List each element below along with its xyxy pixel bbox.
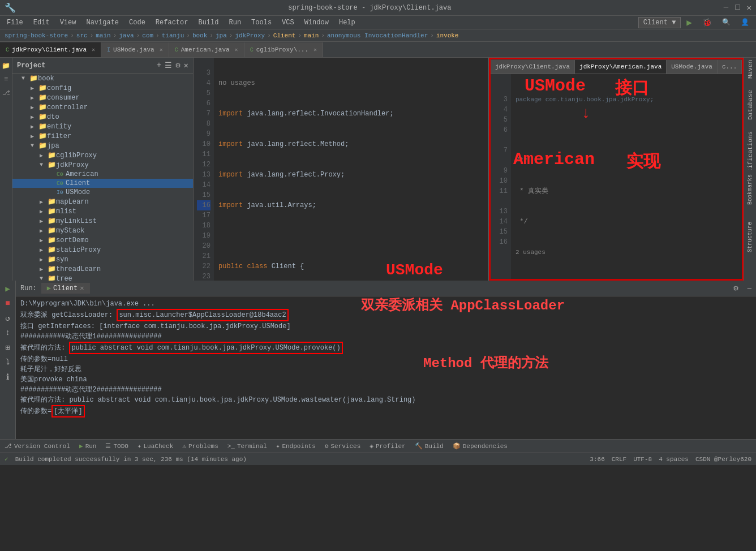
tree-item-jdkproxy[interactable]: ▼ 📁 jdkProxy [12, 160, 193, 170]
window-controls[interactable]: ─ □ ✕ [724, 3, 751, 12]
menu-code[interactable]: Code [124, 18, 150, 28]
menu-view[interactable]: View [55, 18, 81, 28]
tab-close-client[interactable]: ✕ [92, 46, 95, 53]
tree-item-mystack[interactable]: ▶ 📁 myStack [12, 226, 193, 235]
tree-item-sortdemo[interactable]: ▶ 📁 sortDemo [12, 235, 193, 245]
project-icon[interactable]: 📁 [1, 60, 12, 71]
sidebar-close-icon[interactable]: ✕ [184, 61, 188, 70]
tree-item-american[interactable]: C⚙ American [12, 170, 193, 179]
bc-invoke[interactable]: invoke [436, 32, 459, 39]
run-minimize-icon[interactable]: ─ [748, 285, 751, 292]
tree-item-mlist[interactable]: ▶ 📁 mlist [12, 206, 193, 216]
run-rerun-icon[interactable]: ↺ [2, 312, 14, 324]
structure-icon[interactable]: ≡ [1, 74, 12, 85]
bc-jpa[interactable]: jpa [216, 32, 227, 39]
run-tab-close[interactable]: ✕ [80, 284, 84, 292]
run-button[interactable]: ▶ [682, 16, 697, 29]
menu-vcs[interactable]: VCS [277, 18, 299, 28]
maven-label[interactable]: Maven [747, 60, 754, 79]
run-tab-client[interactable]: ▶ Client ✕ [41, 283, 90, 294]
tab-cglibproxy[interactable]: C cglibProxy\... ✕ [244, 42, 323, 57]
tree-item-maplearn[interactable]: ▶ 📁 mapLearn [12, 197, 193, 206]
close-button[interactable]: ✕ [747, 3, 751, 12]
tab-usmode-java[interactable]: I USMode.java ✕ [101, 42, 169, 57]
sidebar-add-icon[interactable]: + [157, 61, 161, 70]
dependencies-item[interactable]: 📦 Dependencies [453, 442, 508, 450]
bc-java[interactable]: java [119, 32, 134, 39]
right-tab-usmode[interactable]: USMode.java [667, 60, 718, 74]
tree-item-cglibproxy[interactable]: ▶ 📁 cglibProxy [12, 150, 193, 160]
version-control-item[interactable]: ⎇ Version Control [5, 442, 70, 450]
git-icon[interactable]: ⎇ [1, 87, 12, 98]
bc-project[interactable]: spring-book-store [5, 32, 68, 39]
right-tab-american[interactable]: jdkProxy\American.java [575, 60, 667, 74]
tree-item-staticproxy[interactable]: ▶ 📁 staticProxy [12, 245, 193, 255]
bc-tianju[interactable]: tianju [162, 32, 184, 39]
run-stop-icon[interactable]: ■ [2, 298, 14, 309]
run-config[interactable]: Client ▼ [638, 17, 681, 28]
bc-book[interactable]: book [192, 32, 207, 39]
search-button[interactable]: 🔍 [718, 17, 735, 28]
tree-item-jpa[interactable]: ▼ 📁 jpa [12, 141, 193, 150]
code-lines-right[interactable]: package com.tianju.book.jpa.jdkProxy; /*… [511, 74, 742, 279]
editor-right[interactable]: USMode 接口 American 实现 ↓ jdkProxy\Client.… [489, 58, 744, 281]
maximize-button[interactable]: □ [735, 3, 740, 12]
right-tab-c[interactable]: c... [718, 60, 742, 74]
problems-item[interactable]: ⚠ Problems [182, 442, 218, 450]
menu-window[interactable]: Window [300, 18, 333, 28]
bc-anon[interactable]: anonymous InvocationHandler [327, 32, 428, 39]
tree-item-tree[interactable]: ▼ 📁 tree [12, 274, 193, 281]
minimize-button[interactable]: ─ [724, 3, 728, 12]
run-info-icon[interactable]: ℹ [2, 371, 14, 382]
run-filter-icon[interactable]: ⊞ [2, 342, 14, 353]
database-label[interactable]: Database [747, 90, 754, 120]
bc-main2[interactable]: main [304, 32, 319, 39]
tab-close-american[interactable]: ✕ [235, 46, 238, 53]
todo-item[interactable]: ☰ TODO [105, 442, 128, 450]
tab-close-usmode[interactable]: ✕ [160, 46, 163, 53]
bookmarks-label[interactable]: Bookmarks [747, 174, 753, 205]
tree-item-consumer[interactable]: ▶ 📁 consumer [12, 93, 193, 102]
tree-item-usmode[interactable]: I⚙ USMode [12, 188, 193, 197]
right-tab-client[interactable]: jdkProxy\Client.java [491, 60, 575, 74]
tab-american-java[interactable]: C American.java ✕ [169, 42, 244, 57]
tree-item-controller[interactable]: ▶ 📁 controller [12, 102, 193, 112]
tree-item-mylinklist[interactable]: ▶ 📁 myLinkList [12, 216, 193, 226]
tab-close-cglib[interactable]: ✕ [313, 46, 317, 53]
terminal-item[interactable]: >_ Terminal [227, 443, 267, 450]
profiler-item[interactable]: ◈ Profiler [370, 442, 405, 450]
tree-item-book[interactable]: ▼ 📁 book [12, 74, 193, 83]
tree-item-syn[interactable]: ▶ 📁 syn [12, 255, 193, 264]
run-content[interactable]: 双亲委派相关 AppClassLoader Method 代理的方法 D:\My… [16, 296, 756, 439]
structure-label[interactable]: Structure [747, 222, 753, 252]
code-lines-left[interactable]: no usages import java.lang.reflect.Invoc… [214, 58, 488, 281]
menu-refactor[interactable]: Refactor [151, 18, 193, 28]
menu-edit[interactable]: Edit [29, 18, 54, 28]
endpoints-item[interactable]: ✦ Endpoints [276, 442, 316, 450]
build-item[interactable]: 🔨 Build [415, 442, 444, 450]
tree-item-client[interactable]: C⚙ Client [12, 179, 193, 188]
editor-left[interactable]: USMode 接口 3 4 5 6 7 8 9 10 11 12 13 14 [194, 58, 489, 281]
menu-tools[interactable]: Tools [247, 18, 276, 28]
menu-navigate[interactable]: Navigate [81, 18, 123, 28]
profile-button[interactable]: 👤 [736, 17, 754, 28]
run-item[interactable]: ▶ Run [79, 442, 96, 450]
run-settings-icon[interactable]: ⚙ [733, 283, 738, 293]
sidebar-list-icon[interactable]: ☰ [165, 61, 172, 70]
menu-file[interactable]: File [2, 18, 28, 28]
tree-item-dto[interactable]: ▶ 📁 dto [12, 112, 193, 122]
tree-item-filter[interactable]: ▶ 📁 filter [12, 131, 193, 141]
run-wrap-icon[interactable]: ⤵ [2, 356, 14, 368]
debug-button[interactable]: 🐞 [698, 16, 716, 28]
menu-run[interactable]: Run [224, 18, 246, 28]
tab-client-java[interactable]: C jdkProxy\Client.java ✕ [0, 42, 101, 57]
bc-client[interactable]: Client [273, 32, 296, 39]
run-scroll-icon[interactable]: ↕ [2, 327, 14, 338]
services-item[interactable]: ⚙ Services [325, 442, 360, 450]
sidebar-gear-icon[interactable]: ⚙ [175, 61, 180, 70]
tree-item-config[interactable]: ▶ 📁 config [12, 83, 193, 93]
bc-jdkproxy[interactable]: jdkProxy [235, 32, 265, 39]
run-play-icon[interactable]: ▶ [2, 283, 14, 294]
menu-build[interactable]: Build [194, 18, 223, 28]
tree-item-threadlearn[interactable]: ▶ 📁 threadLearn [12, 264, 193, 274]
